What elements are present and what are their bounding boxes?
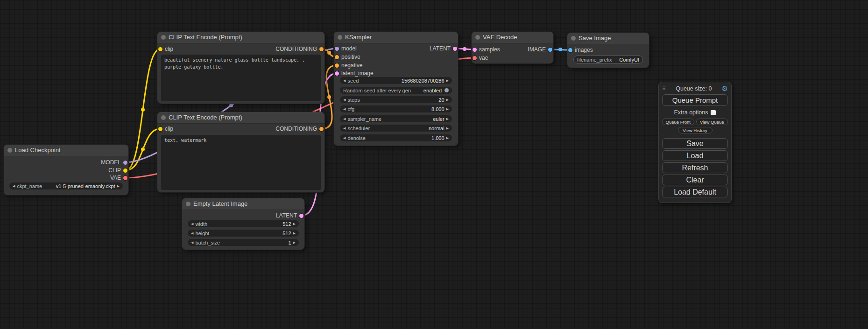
increment-arrow-icon[interactable]: ▶ (446, 126, 449, 130)
increment-arrow-icon[interactable]: ▶ (293, 231, 296, 235)
view-queue-button[interactable]: View Queue (696, 119, 728, 125)
latent-port-dot[interactable] (473, 48, 477, 52)
node-title-bar[interactable]: CLIP Text Encode (Prompt) (157, 112, 325, 124)
queue-front-button[interactable]: Queue Front (662, 119, 694, 125)
clip-port-dot[interactable] (158, 127, 162, 131)
conditioning-port-dot[interactable] (335, 55, 339, 59)
node-title-bar[interactable]: Save Image (567, 33, 649, 44)
save-button[interactable]: Save (662, 138, 728, 149)
vae-port-dot[interactable] (473, 56, 477, 60)
node-clip-text-encode-negative[interactable]: CLIP Text Encode (Prompt) clip CONDITION… (157, 112, 325, 192)
port-label: clip (165, 47, 173, 51)
width-widget[interactable]: ◀ width 512 ▶ (188, 220, 299, 227)
extra-options-checkbox[interactable] (711, 110, 716, 115)
conditioning-port-dot[interactable] (319, 47, 324, 51)
node-vae-decode[interactable]: VAE Decode samples vae IMAGE (472, 32, 553, 63)
port-label: VAE (110, 176, 121, 180)
output-port-image: IMAGE (528, 48, 552, 52)
load-default-button[interactable]: Load Default (662, 187, 728, 197)
increment-arrow-icon[interactable]: ▶ (293, 222, 296, 226)
cfg-widget[interactable]: ◀ cfg 8.000 ▶ (340, 105, 452, 112)
increment-arrow-icon[interactable]: ▶ (293, 241, 296, 245)
model-port-dot[interactable] (123, 161, 127, 165)
view-history-button[interactable]: View History (678, 127, 713, 133)
drag-handle-icon[interactable]: ⠿ (662, 86, 666, 92)
node-title-bar[interactable]: KSampler (334, 32, 458, 43)
clear-button[interactable]: Clear (662, 175, 728, 185)
queue-menu-panel: ⠿ Queue size: 0 ⚙ Queue Prompt Extra opt… (658, 82, 732, 203)
load-button[interactable]: Load (662, 150, 728, 161)
decrement-arrow-icon[interactable]: ◀ (13, 184, 15, 188)
node-ksampler[interactable]: KSampler model positive negative latent_… (334, 32, 458, 146)
latent-port-dot[interactable] (335, 71, 339, 76)
latent-port-dot[interactable] (453, 47, 457, 51)
conditioning-port-dot[interactable] (335, 63, 339, 68)
node-title-bar[interactable]: Empty Latent Image (182, 198, 304, 210)
latent-port-dot[interactable] (299, 214, 303, 218)
output-port-conditioning: CONDITIONING (275, 47, 324, 51)
vae-port-dot[interactable] (123, 176, 127, 180)
denoise-widget[interactable]: ◀ denoise 1.000 ▶ (340, 134, 452, 141)
decrement-arrow-icon[interactable]: ◀ (191, 241, 193, 245)
collapse-dot-icon[interactable] (571, 36, 576, 41)
sampler-name-widget[interactable]: ◀ sampler_name euler ▶ (340, 115, 452, 122)
positive-prompt-textarea[interactable]: beautiful scenery nature glass bottle la… (161, 55, 321, 101)
decrement-arrow-icon[interactable]: ◀ (343, 126, 346, 130)
node-save-image[interactable]: Save Image images filename_prefix ComfyU… (567, 33, 649, 68)
seed-widget[interactable]: ◀ seed 156680208700286 ▶ (340, 77, 452, 84)
image-port-dot[interactable] (568, 48, 572, 52)
port-label: clip (165, 127, 173, 131)
refresh-button[interactable]: Refresh (662, 162, 728, 173)
increment-arrow-icon[interactable]: ▶ (446, 79, 449, 83)
collapse-dot-icon[interactable] (338, 35, 342, 40)
node-title-bar[interactable]: CLIP Text Encode (Prompt) (157, 32, 325, 43)
node-load-checkpoint[interactable]: Load Checkpoint MODEL CLIP VAE ◀ ckpt_na… (4, 145, 128, 195)
collapse-dot-icon[interactable] (475, 35, 480, 40)
toggle-knob-icon[interactable] (445, 88, 449, 92)
increment-arrow-icon[interactable]: ▶ (446, 98, 449, 102)
steps-widget[interactable]: ◀ steps 20 ▶ (340, 96, 452, 103)
filename-prefix-widget[interactable]: filename_prefix ComfyUI (573, 56, 643, 63)
increment-arrow-icon[interactable]: ▶ (446, 136, 449, 140)
port-label: latent_image (341, 71, 374, 76)
node-title-bar[interactable]: VAE Decode (472, 32, 553, 43)
image-port-dot[interactable] (548, 48, 552, 52)
decrement-arrow-icon[interactable]: ◀ (191, 222, 193, 226)
increment-arrow-icon[interactable]: ▶ (117, 184, 120, 188)
clip-port-dot[interactable] (123, 168, 127, 173)
decrement-arrow-icon[interactable]: ◀ (343, 79, 346, 83)
ckpt-name-widget[interactable]: ◀ ckpt_name v1-5-pruned-emaonly.ckpt ▶ (9, 182, 123, 189)
decrement-arrow-icon[interactable]: ◀ (343, 136, 346, 140)
node-title-bar[interactable]: Load Checkpoint (4, 145, 128, 156)
negative-prompt-textarea[interactable]: text, watermark (161, 135, 321, 190)
model-port-dot[interactable] (335, 47, 339, 51)
collapse-dot-icon[interactable] (186, 202, 191, 206)
output-port-vae: VAE (110, 176, 127, 180)
node-empty-latent-image[interactable]: Empty Latent Image LATENT ◀ width 512 ▶ … (182, 198, 304, 250)
height-widget[interactable]: ◀ height 512 ▶ (188, 230, 299, 237)
decrement-arrow-icon[interactable]: ◀ (343, 107, 346, 111)
batch-size-widget[interactable]: ◀ batch_size 1 ▶ (188, 239, 299, 246)
conditioning-port-dot[interactable] (319, 127, 324, 131)
queue-prompt-button[interactable]: Queue Prompt (662, 94, 728, 106)
collapse-dot-icon[interactable] (161, 35, 166, 40)
settings-gear-icon[interactable]: ⚙ (722, 85, 728, 92)
output-port-clip: CLIP (108, 168, 127, 173)
clip-port-dot[interactable] (158, 47, 162, 51)
input-port-images: images (568, 48, 593, 52)
node-clip-text-encode-positive[interactable]: CLIP Text Encode (Prompt) clip CONDITION… (157, 32, 325, 104)
decrement-arrow-icon[interactable]: ◀ (191, 231, 193, 235)
node-graph-canvas[interactable]: Load Checkpoint MODEL CLIP VAE ◀ ckpt_na… (0, 0, 868, 329)
port-label: MODEL (101, 161, 121, 165)
scheduler-widget[interactable]: ◀ scheduler normal ▶ (340, 125, 452, 132)
decrement-arrow-icon[interactable]: ◀ (343, 98, 346, 102)
increment-arrow-icon[interactable]: ▶ (446, 107, 449, 111)
random-seed-toggle-widget[interactable]: Random seed after every gen enabled (340, 87, 452, 94)
output-port-latent: LATENT (276, 214, 303, 218)
collapse-dot-icon[interactable] (161, 115, 166, 120)
decrement-arrow-icon[interactable]: ◀ (343, 117, 346, 121)
input-port-samples: samples (473, 48, 500, 52)
increment-arrow-icon[interactable]: ▶ (446, 117, 449, 121)
port-label: vae (479, 56, 488, 60)
collapse-dot-icon[interactable] (7, 148, 12, 153)
